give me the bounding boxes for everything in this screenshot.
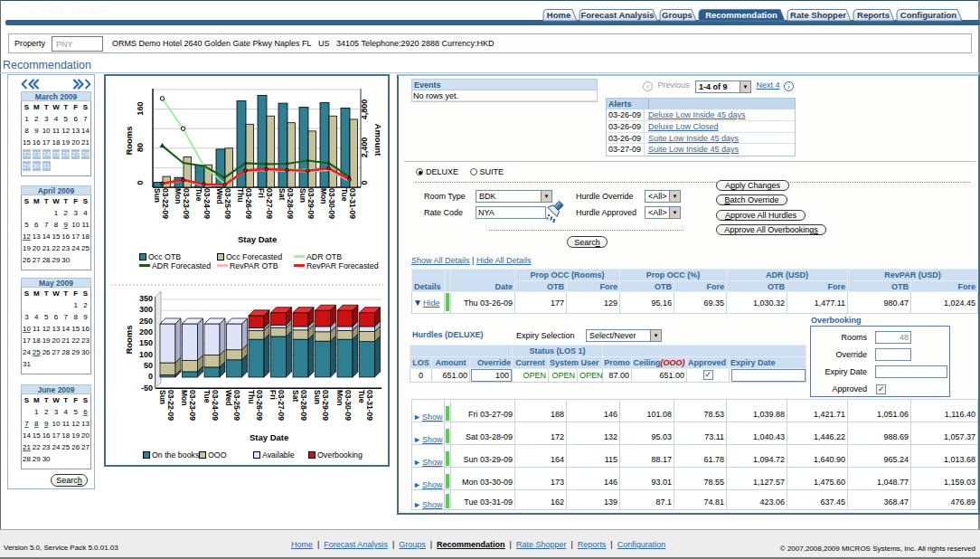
svg-text:Recommendation: Recommendation [705, 10, 777, 20]
svg-text:Home: Home [547, 10, 570, 20]
svg-text:Rate Shopper: Rate Shopper [790, 10, 846, 20]
svg-text:Forecast Analysis: Forecast Analysis [581, 10, 655, 20]
svg-text:Groups: Groups [662, 10, 693, 20]
svg-text:Configuration: Configuration [900, 10, 956, 20]
svg-text:Reports: Reports [857, 10, 890, 20]
